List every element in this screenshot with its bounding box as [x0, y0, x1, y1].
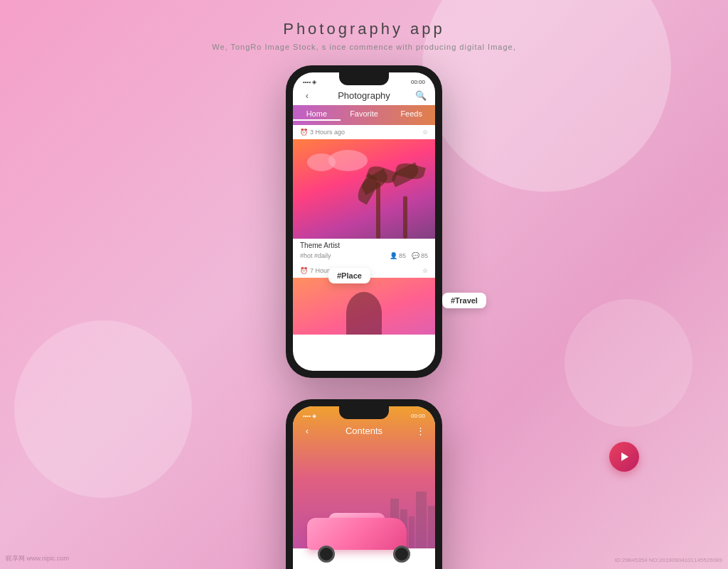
- person-icon: 👤: [390, 252, 397, 259]
- phone-1-notch: [339, 72, 389, 85]
- phone-1-nav-title: Photography: [338, 90, 390, 101]
- tag-place: #Place: [328, 268, 370, 283]
- svg-marker-0: [621, 453, 628, 461]
- phone-2-nav-title: Contents: [346, 426, 382, 436]
- feed-stats-1: 👤 85 💬 85: [390, 252, 428, 259]
- status-left-1: •••• ◈: [303, 79, 316, 85]
- phone-1: •••• ◈ 00:00 ‹ Photography 🔍 Home Favori…: [286, 65, 442, 378]
- record-button[interactable]: [609, 442, 639, 472]
- page-subtitle: We, TongRo Image Stock, s ince commence …: [0, 43, 728, 51]
- feed-time-1: ⏰ 3 Hours ago: [300, 129, 345, 136]
- comments-stat: 💬 85: [412, 252, 428, 259]
- phone-2-header: •••• ◈ 00:00 ‹ Contents ⋮: [293, 406, 435, 548]
- more-icon[interactable]: ⋮: [415, 425, 427, 436]
- feed-meta-1: ⏰ 3 Hours ago ☆: [293, 125, 435, 139]
- clock-icon-2: ⏰: [300, 267, 308, 274]
- phone-2: •••• ◈ 00:00 ‹ Contents ⋮: [286, 399, 442, 569]
- feed-info-1: Theme Artist: [293, 239, 435, 251]
- phone-2-notch: [339, 406, 389, 419]
- followers-count: 85: [399, 252, 406, 259]
- tab-favorite[interactable]: Favorite: [341, 109, 388, 121]
- car-wheel-left: [318, 546, 335, 563]
- feed-artist-1: Theme Artist: [300, 242, 428, 249]
- status-right-2: 00:00: [411, 413, 425, 419]
- phone-2-screen: •••• ◈ 00:00 ‹ Contents ⋮: [293, 406, 435, 569]
- phone-2-nav: ‹ Contents ⋮: [293, 422, 435, 439]
- tab-feeds[interactable]: Feeds: [387, 109, 435, 121]
- phone-1-screen: •••• ◈ 00:00 ‹ Photography 🔍 Home Favori…: [293, 72, 435, 371]
- back-icon-2[interactable]: ‹: [301, 425, 313, 436]
- person-silhouette: [346, 292, 382, 335]
- tab-home[interactable]: Home: [293, 109, 341, 121]
- phone-1-nav: ‹ Photography 🔍: [293, 88, 435, 105]
- followers-stat: 👤 85: [390, 252, 406, 259]
- status-right-1: 00:00: [411, 79, 425, 85]
- clock-icon-1: ⏰: [300, 129, 308, 136]
- phones-wrapper: •••• ◈ 00:00 ‹ Photography 🔍 Home Favori…: [286, 65, 442, 569]
- palm-trunk: [376, 182, 380, 239]
- page-header: Photography app We, TongRo Image Stock, …: [0, 0, 728, 51]
- phones-container: •••• ◈ 00:00 ‹ Photography 🔍 Home Favori…: [0, 51, 728, 569]
- tag-travel: #Travel: [442, 293, 486, 308]
- cloud-2: [328, 150, 368, 171]
- status-left-2: •••• ◈: [303, 413, 316, 419]
- phone-1-tabs: Home Favorite Feeds: [293, 105, 435, 125]
- feed-image-1: [293, 139, 435, 239]
- car: [307, 506, 421, 563]
- page-title: Photography app: [0, 20, 728, 38]
- comments-count: 85: [421, 252, 428, 259]
- car-wheel-right: [393, 546, 410, 563]
- feed-hashtags-1: #hot #daily: [300, 252, 331, 259]
- feed-item-1: ⏰ 3 Hours ago ☆: [293, 125, 435, 262]
- play-icon: [619, 451, 630, 462]
- palm-tree-2: [389, 153, 421, 239]
- palm-trunk-2: [403, 196, 407, 239]
- back-icon[interactable]: ‹: [301, 90, 313, 101]
- feed-image-2: [293, 278, 435, 335]
- building-6: [428, 506, 435, 548]
- bookmark-icon-1[interactable]: ☆: [422, 129, 428, 136]
- car-body: [307, 518, 407, 550]
- comment-icon: 💬: [412, 252, 419, 259]
- search-nav-icon[interactable]: 🔍: [415, 90, 427, 101]
- bookmark-icon-2[interactable]: ☆: [422, 267, 428, 274]
- feed-tags-row-1: #hot #daily 👤 85 💬 85: [293, 251, 435, 262]
